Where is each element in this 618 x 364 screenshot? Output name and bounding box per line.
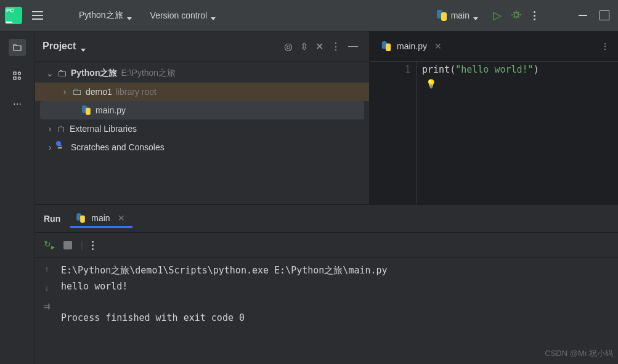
folder-icon — [72, 86, 82, 97]
python-icon — [436, 10, 447, 21]
code-token: ( — [450, 64, 455, 75]
svg-point-4 — [18, 77, 20, 79]
svg-point-0 — [514, 12, 519, 17]
project-tree[interactable]: ⌄ Python之旅 E:\Python之旅 › demo1 library r… — [35, 62, 369, 204]
expand-icon[interactable]: › — [46, 142, 54, 152]
code-area[interactable]: print("hello world!") 💡 — [417, 62, 618, 204]
folder-icon — [57, 68, 67, 79]
editor-panel: main.py ✕ ⋮ 1 print("hello world!") 💡 — [370, 31, 618, 204]
console-line: Process finished with exit code 0 — [61, 312, 245, 323]
line-gutter: 1 — [370, 62, 417, 204]
project-name-dropdown[interactable]: Python之旅 — [73, 6, 139, 25]
run-side-toolbar: ↑ ↓ ⇉ — [35, 258, 59, 364]
folder-label: demo1 — [86, 87, 112, 97]
run-tab-label: main — [91, 213, 110, 223]
more-actions-button[interactable] — [529, 6, 540, 25]
tree-scratches[interactable]: › Scratches and Consoles — [35, 138, 369, 156]
more-tools-button[interactable]: ⋯ — [9, 95, 26, 113]
editor-tabs: main.py ✕ ⋮ — [370, 31, 618, 62]
python-icon — [76, 213, 86, 222]
expand-icon[interactable]: › — [46, 124, 54, 134]
python-icon — [381, 41, 391, 51]
tree-external-libs[interactable]: › External Libraries — [35, 119, 369, 138]
collapse-icon[interactable]: ⌄ — [46, 68, 54, 78]
run-tab[interactable]: main ✕ — [70, 210, 132, 228]
run-button[interactable]: ▷ — [490, 6, 504, 25]
watermark: CSDN @Mr.祝小码 — [545, 348, 613, 359]
code-token: print — [422, 64, 450, 75]
scratches-label: Scratches and Consoles — [71, 142, 165, 152]
run-toolbar: ↻▸ | — [35, 233, 618, 258]
expand-all-button[interactable]: ⇳ — [296, 38, 312, 55]
run-panel-header: Run main ✕ — [35, 205, 618, 233]
editor-options-button[interactable]: ⋮ — [597, 39, 613, 54]
run-panel-title: Run — [44, 214, 60, 224]
project-tool-button[interactable] — [9, 39, 26, 56]
close-panel-button[interactable]: ✕ — [312, 38, 327, 55]
hide-panel-button[interactable]: — — [344, 38, 362, 54]
tool-window-bar: ⋯ — [0, 31, 35, 364]
minimize-button[interactable] — [579, 15, 587, 16]
project-panel: Project ◎ ⇳ ✕ ⋮ — ⌄ Python之旅 E:\Python之旅 — [35, 31, 370, 204]
root-path: E:\Python之旅 — [121, 68, 176, 79]
chevron-down-icon — [127, 12, 133, 18]
library-icon — [57, 124, 66, 134]
vcs-dropdown[interactable]: Version control — [144, 7, 224, 24]
svg-point-3 — [18, 72, 20, 75]
main-menu-button[interactable] — [27, 6, 48, 25]
project-panel-title: Project — [43, 41, 76, 52]
code-token: "hello world!" — [455, 64, 533, 75]
svg-rect-2 — [14, 77, 16, 79]
console-output[interactable]: E:\Python之旅\demo1\Scripts\python.exe E:\… — [59, 258, 618, 364]
stop-button[interactable] — [63, 241, 72, 249]
intention-bulb-icon[interactable]: 💡 — [426, 79, 436, 89]
scroll-up-button[interactable]: ↑ — [45, 264, 49, 274]
console-line: hello world! — [61, 281, 128, 292]
editor-tab-main[interactable]: main.py ✕ — [375, 37, 450, 55]
vcs-label: Version control — [150, 10, 208, 20]
close-tab-button[interactable]: ✕ — [432, 41, 444, 51]
run-more-button[interactable] — [92, 241, 94, 250]
editor-body[interactable]: 1 print("hello world!") 💡 — [370, 62, 618, 204]
svg-rect-1 — [14, 72, 16, 75]
tree-root[interactable]: ⌄ Python之旅 E:\Python之旅 — [35, 64, 369, 83]
chevron-down-icon[interactable] — [81, 43, 87, 49]
select-opened-file-button[interactable]: ◎ — [280, 38, 296, 55]
chevron-down-icon — [473, 12, 479, 18]
tree-file-main[interactable]: main.py — [40, 101, 364, 119]
python-icon — [81, 105, 91, 115]
maximize-button[interactable] — [600, 10, 609, 20]
tree-folder-demo1[interactable]: › demo1 library root — [35, 83, 369, 101]
editor-tab-label: main.py — [397, 41, 427, 51]
run-panel: Run main ✕ ↻▸ | ↑ ↓ ⇉ E:\Python之旅 — [35, 204, 618, 364]
panel-options-button[interactable]: ⋮ — [327, 38, 344, 55]
folder-hint: library root — [116, 87, 157, 97]
project-panel-header: Project ◎ ⇳ ✕ ⋮ — — [35, 31, 369, 62]
ide-logo-icon — [5, 7, 22, 24]
console-line: E:\Python之旅\demo1\Scripts\python.exe E:\… — [61, 265, 388, 276]
file-label: main.py — [96, 105, 126, 115]
ext-libs-label: External Libraries — [70, 124, 137, 134]
expand-icon[interactable]: › — [61, 87, 68, 97]
root-name: Python之旅 — [71, 68, 117, 79]
scroll-down-button[interactable]: ↓ — [45, 283, 49, 293]
structure-tool-button[interactable] — [9, 67, 26, 84]
run-config-selector[interactable]: main — [430, 6, 486, 25]
project-name-label: Python之旅 — [79, 10, 123, 21]
scratch-icon — [57, 142, 67, 152]
rerun-button[interactable]: ↻▸ — [44, 239, 55, 251]
run-config-label: main — [451, 10, 470, 20]
debug-button[interactable] — [509, 7, 524, 24]
chevron-down-icon — [211, 12, 217, 18]
close-run-tab-button[interactable]: ✕ — [115, 213, 128, 223]
line-number: 1 — [376, 64, 410, 75]
title-bar: Python之旅 Version control main ▷ — [0, 0, 618, 31]
code-token: ) — [534, 64, 539, 75]
soft-wrap-button[interactable]: ⇉ — [43, 301, 51, 311]
